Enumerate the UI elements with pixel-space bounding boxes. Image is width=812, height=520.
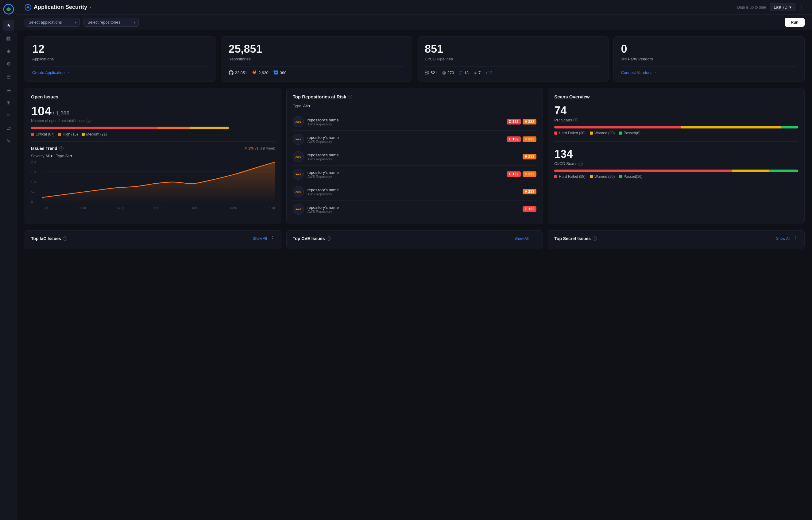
- connect-vendors-link[interactable]: Connect Vendors →: [621, 70, 657, 75]
- data-status: Data is up to date: [737, 5, 766, 9]
- pr-legend-warned: Warned (30): [590, 131, 615, 135]
- cve-more-icon[interactable]: ⋮: [532, 235, 536, 241]
- open-issues-info-icon[interactable]: ?: [87, 119, 91, 123]
- type-repos-chevron-icon: ▾: [309, 104, 311, 108]
- top-repos-info-icon[interactable]: ?: [348, 95, 352, 99]
- badge-critical-2: C132: [507, 136, 521, 142]
- bar-high: [158, 127, 189, 129]
- run-button[interactable]: Run: [785, 18, 805, 27]
- filters-bar: Select applications Select repositories …: [17, 15, 812, 30]
- repo-badges-1: C132 H233: [507, 119, 536, 125]
- sidebar-item-settings[interactable]: ⚙: [3, 58, 14, 69]
- chart-x-labels: 10/910/1011/1012/1013/1014/1015/10: [42, 206, 275, 210]
- repo-item-2[interactable]: aws repository's name AWS Repository C13…: [293, 131, 537, 148]
- repo-item-5[interactable]: aws repository's name AWS Repository H23…: [293, 183, 537, 201]
- pipeline-icon2: ◎ 270: [442, 70, 454, 75]
- iac-panel: Top IaC Issues ? Show All ⋮: [25, 230, 281, 249]
- vendors-label: 3rd Party Vendors: [621, 57, 797, 61]
- header-more-icon[interactable]: ⋮: [799, 4, 805, 11]
- iac-info-icon[interactable]: ?: [63, 236, 67, 241]
- badge-high-1: H233: [523, 119, 537, 125]
- trend-title: Issues Trend ?: [31, 146, 64, 151]
- sidebar-item-grid[interactable]: ⊞: [3, 97, 14, 108]
- repositories-select[interactable]: Select repositories: [83, 18, 139, 27]
- trend-header: Issues Trend ? ↗ 3% vs last week: [31, 146, 275, 151]
- repo-name-1: repository's name: [307, 118, 503, 122]
- pipeline-plus-link[interactable]: +12: [486, 71, 492, 75]
- pipeline-count3: 13: [464, 71, 468, 75]
- repo-item-4[interactable]: aws repository's name AWS Repository C13…: [293, 165, 537, 183]
- repo-item-3[interactable]: aws repository's name AWS Repository H23…: [293, 148, 537, 165]
- bar-medium: [190, 127, 229, 129]
- stat-card-applications: 12 Applications Create Application →: [25, 36, 216, 82]
- type-val-repos[interactable]: All ▾: [303, 104, 311, 108]
- repositories-label: Repositories: [229, 57, 405, 61]
- cve-actions: Show All ⋮: [514, 235, 536, 241]
- sidebar-item-edit[interactable]: ✎: [3, 135, 14, 147]
- cve-show-all-link[interactable]: Show All: [514, 236, 528, 241]
- header-logo-icon: [25, 4, 31, 11]
- github-icon: [229, 70, 233, 75]
- secrets-show-all-link[interactable]: Show All: [776, 236, 790, 241]
- pipeline-icon4: ◈ 7: [473, 70, 481, 75]
- gitlab-icon: [252, 70, 257, 75]
- trend-label: vs last week: [255, 146, 275, 151]
- time-selector-button[interactable]: Last 7D ▾: [770, 3, 795, 11]
- cicd-scans-number: 134: [554, 148, 798, 161]
- github-count-item: 22,851: [229, 70, 247, 75]
- time-selector-label: Last 7D: [773, 5, 787, 9]
- cicd-legend-failed: Hard Failed (98): [554, 175, 586, 179]
- cicd-scans-info-icon[interactable]: ?: [579, 162, 583, 166]
- repo-badges-2: C132 H233: [507, 136, 536, 142]
- repo-info-3: repository's name AWS Repository: [307, 153, 519, 161]
- applications-label: Applications: [32, 57, 208, 61]
- sidebar-item-reports[interactable]: ☰: [3, 71, 14, 82]
- cve-info-icon[interactable]: ?: [326, 236, 331, 241]
- trend-filters: Severity All ▾ Type All ▾: [31, 154, 275, 158]
- sidebar-item-files[interactable]: 🗂: [3, 123, 14, 134]
- chart-y-labels: 20K15K10K5k0: [31, 161, 40, 204]
- repo-type-4: AWS Repository: [307, 175, 503, 178]
- trend-direction: ↗: [244, 146, 247, 151]
- cve-header: Top CVE Issues ? Show All ⋮: [293, 235, 537, 241]
- secrets-panel: Top Secret Issues ? Show All ⋮: [548, 230, 805, 249]
- iac-show-all-link[interactable]: Show All: [253, 236, 267, 241]
- secrets-info-icon[interactable]: ?: [593, 236, 597, 241]
- trend-info-icon[interactable]: ?: [59, 146, 64, 151]
- chart-area: [42, 161, 275, 204]
- repo-item-1[interactable]: aws repository's name AWS Repository C13…: [293, 113, 537, 131]
- repo-item-6[interactable]: aws repository's name AWS Repository C13…: [293, 201, 537, 218]
- severity-val[interactable]: All ▾: [45, 154, 52, 158]
- cicd-scans-label: CI/CD Scans ?: [554, 161, 798, 166]
- trend-pct: 3%: [248, 146, 253, 151]
- create-application-link[interactable]: Create Application →: [32, 70, 70, 75]
- sidebar-item-security[interactable]: ◉: [3, 45, 14, 56]
- title-chevron-icon[interactable]: ▾: [90, 5, 92, 9]
- pipeline-count1: 521: [430, 71, 437, 75]
- secrets-more-icon[interactable]: ⋮: [793, 235, 798, 241]
- cicd-scan-bar: [554, 170, 798, 172]
- vendors-number: 0: [621, 43, 797, 55]
- cicd-bar-warned: [732, 170, 769, 172]
- sidebar-item-cloud[interactable]: ☁: [3, 84, 14, 95]
- app-logo[interactable]: [3, 4, 14, 15]
- sidebar-item-dashboard[interactable]: ▦: [3, 32, 14, 44]
- type-val-trend[interactable]: All ▾: [65, 154, 72, 158]
- header-right: Data is up to date Last 7D ▾ ⋮: [737, 3, 805, 11]
- pr-scan-bar: [554, 126, 798, 128]
- pr-scans-info-icon[interactable]: ?: [573, 118, 577, 122]
- iac-more-icon[interactable]: ⋮: [270, 235, 275, 241]
- sidebar-item-favorites[interactable]: ★: [3, 20, 14, 31]
- applications-select[interactable]: Select applications: [25, 18, 80, 27]
- trend-chart: 20K15K10K5k0: [31, 161, 275, 210]
- repo-name-5: repository's name: [307, 188, 519, 192]
- repo-avatar-3: aws: [293, 151, 304, 162]
- bitbucket-count: 380: [280, 71, 287, 75]
- repo-info-4: repository's name AWS Repository: [307, 170, 503, 178]
- sidebar-item-layers[interactable]: ≡: [3, 110, 14, 121]
- github-count: 22,851: [235, 71, 247, 75]
- open-issues-number: 104: [31, 104, 52, 118]
- cicd-scan-legend: Hard Failed (98) Warned (20) Passed(16): [554, 175, 798, 179]
- dashboard-grid: Open Issues 104 / 1,288 Number of open f…: [25, 88, 805, 224]
- badge-critical-4: C132: [507, 172, 521, 177]
